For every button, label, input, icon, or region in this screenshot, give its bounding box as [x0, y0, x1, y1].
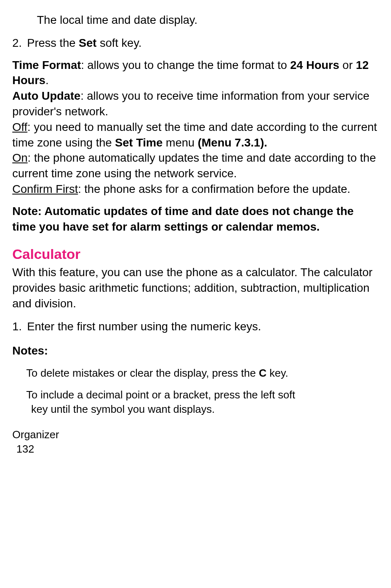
calculator-description: With this feature, you can use the phone…	[12, 265, 379, 311]
on-label: On	[12, 151, 27, 164]
c-key-label: C	[259, 367, 266, 379]
menu-ref: (Menu 7.3.1).	[198, 136, 267, 149]
confirm-paragraph: Confirm First: the phone asks for a conf…	[12, 181, 379, 197]
note1-prefix: To delete mistakes or clear the display,…	[26, 367, 259, 379]
set-time-label: Set Time	[115, 136, 163, 149]
time-format-or: or	[339, 59, 356, 71]
confirm-first-label: Confirm First	[12, 183, 78, 195]
note-item-1: To delete mistakes or clear the display,…	[26, 366, 379, 380]
off-label: Off	[12, 121, 27, 133]
time-format-label: Time Format	[12, 59, 81, 71]
set-label: Set	[79, 37, 97, 49]
auto-update-paragraph: Auto Update: allows you to receive time …	[12, 88, 379, 119]
note1-suffix: key.	[266, 367, 288, 379]
time-format-text1: : allows you to change the time format t…	[81, 59, 290, 71]
notes-heading: Notes:	[12, 343, 379, 359]
on-text: : the phone automatically updates the ti…	[12, 151, 376, 180]
note-item-2-line2: key until the symbol you want displays.	[31, 402, 379, 416]
step-text: Press the Set soft key.	[27, 35, 379, 51]
calc-step-1: 1. Enter the first number using the nume…	[12, 319, 379, 334]
hours-24: 24 Hours	[290, 59, 339, 71]
note-item-2-line1: To include a decimal point or a bracket,…	[26, 388, 379, 402]
calculator-heading: Calculator	[12, 245, 379, 264]
auto-update-label: Auto Update	[12, 89, 80, 102]
step-number: 2.	[12, 35, 27, 51]
step-2: 2. Press the Set soft key.	[12, 35, 379, 51]
note-block: Note: Automatic updates of time and date…	[12, 204, 379, 235]
step2-prefix: Press the	[27, 37, 79, 49]
time-format-paragraph: Time Format: allows you to change the ti…	[12, 57, 379, 89]
confirm-text: : the phone asks for a confirmation befo…	[78, 183, 350, 195]
time-format-period: .	[45, 74, 49, 87]
intro-line: The local time and date display.	[37, 12, 379, 28]
off-paragraph: Off: you need to manually set the time a…	[12, 119, 379, 151]
calc-step-number: 1.	[12, 319, 27, 334]
on-paragraph: On: the phone automatically updates the …	[12, 150, 379, 181]
step2-suffix: soft key.	[97, 37, 142, 49]
footer-section-label: Organizer	[12, 428, 379, 442]
calc-step-text: Enter the first number using the numeric…	[27, 319, 379, 334]
page-number: 132	[16, 442, 379, 456]
off-text2: menu	[163, 136, 198, 149]
